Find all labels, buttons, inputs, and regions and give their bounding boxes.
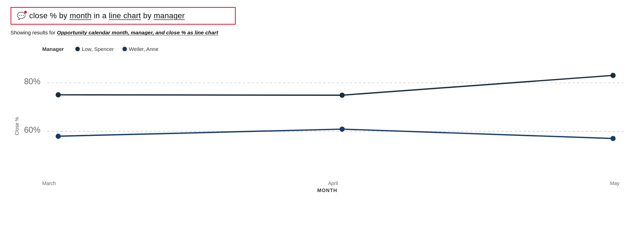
results-label: Showing results for Opportunity calendar… bbox=[11, 29, 633, 35]
query-mid1: in a bbox=[91, 11, 109, 20]
chart-svg-area: 80% 60% bbox=[21, 59, 633, 178]
query-linechart: line chart bbox=[109, 11, 141, 20]
x-label-may: May bbox=[610, 180, 619, 186]
legend-item-low: Low, Spencer bbox=[75, 46, 114, 52]
chart-legend: Manager Low, Spencer Weiler, Anne bbox=[42, 46, 633, 52]
legend-dot-low bbox=[75, 47, 80, 51]
y-tick-80: 80% bbox=[24, 77, 40, 86]
line-low-spencer bbox=[58, 75, 613, 95]
dot-weiler-may bbox=[611, 136, 616, 141]
legend-label-low: Low, Spencer bbox=[82, 46, 114, 52]
search-query-text: close % by month in a line chart by mana… bbox=[29, 11, 185, 20]
chart-svg: 80% 60% bbox=[21, 59, 633, 178]
query-month: month bbox=[70, 11, 91, 20]
query-manager: manager bbox=[154, 11, 185, 20]
search-box[interactable]: 💬 close % by month in a line chart by ma… bbox=[11, 7, 236, 25]
chart-area: Manager Low, Spencer Weiler, Anne Close … bbox=[11, 46, 633, 193]
y-tick-60: 60% bbox=[24, 125, 40, 134]
y-axis-label: Close % bbox=[14, 117, 20, 135]
legend-title: Manager bbox=[42, 46, 64, 52]
line-weiler-anne bbox=[58, 129, 613, 139]
legend-label-weiler: Weiler, Anne bbox=[129, 46, 159, 52]
results-description: Opportunity calendar month, manager, and… bbox=[57, 29, 218, 35]
legend-item-weiler: Weiler, Anne bbox=[122, 46, 159, 52]
dot-low-april bbox=[339, 93, 345, 98]
query-mid2: by bbox=[141, 11, 154, 20]
legend-dot-weiler bbox=[122, 47, 127, 51]
dot-weiler-april bbox=[339, 126, 345, 132]
chart-inner: 80% 60% bbox=[21, 59, 633, 193]
x-axis-labels: March April May bbox=[21, 178, 633, 186]
dot-low-may bbox=[611, 73, 616, 78]
query-prefix: close % by bbox=[29, 11, 70, 20]
chart-wrapper: Close % 80% 60% bbox=[14, 59, 633, 193]
x-label-march: March bbox=[42, 180, 56, 186]
x-label-april: April bbox=[328, 180, 338, 186]
dot-weiler-march bbox=[56, 134, 61, 139]
x-axis-title: MONTH bbox=[21, 188, 633, 193]
chat-icon: 💬 bbox=[17, 12, 26, 20]
dot-low-march bbox=[56, 92, 61, 98]
results-prefix: Showing results for bbox=[11, 29, 57, 35]
